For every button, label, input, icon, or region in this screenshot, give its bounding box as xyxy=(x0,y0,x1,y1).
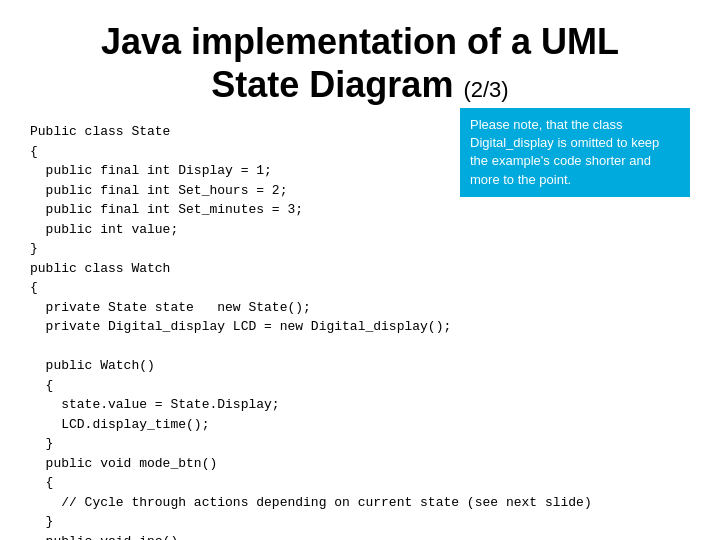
code-line-19: { xyxy=(30,475,53,490)
code-line-22: public void inc() xyxy=(30,534,178,540)
code-line-18: public void mode_btn() xyxy=(30,456,217,471)
code-line-3: public final int Display = 1; xyxy=(30,163,272,178)
code-line-1: Public class State xyxy=(30,124,170,139)
code-line-8: public class Watch xyxy=(30,261,170,276)
tooltip-text: Please note, that the class Digital_disp… xyxy=(470,117,659,187)
code-line-13: public Watch() xyxy=(30,358,155,373)
code-line-12 xyxy=(30,339,38,354)
slide-title: Java implementation of a UML State Diagr… xyxy=(30,20,690,106)
code-line-21: } xyxy=(30,514,53,529)
code-line-20: // Cycle through actions depending on cu… xyxy=(30,495,592,510)
code-line-17: } xyxy=(30,436,53,451)
code-line-15: state.value = State.Display; xyxy=(30,397,280,412)
code-line-2: { xyxy=(30,144,38,159)
code-line-14: { xyxy=(30,378,53,393)
code-line-7: } xyxy=(30,241,38,256)
title-page-num: (2/3) xyxy=(463,77,508,102)
code-line-11: private Digital_display LCD = new Digita… xyxy=(30,319,451,334)
code-line-16: LCD.display_time(); xyxy=(30,417,209,432)
title-line2-prefix: State Diagram xyxy=(211,64,453,105)
code-line-9: { xyxy=(30,280,38,295)
code-line-6: public int value; xyxy=(30,222,178,237)
code-line-4: public final int Set_hours = 2; xyxy=(30,183,287,198)
slide-container: Java implementation of a UML State Diagr… xyxy=(0,0,720,540)
tooltip-box: Please note, that the class Digital_disp… xyxy=(460,108,690,197)
code-line-5: public final int Set_minutes = 3; xyxy=(30,202,303,217)
title-line1: Java implementation of a UML xyxy=(101,21,619,62)
code-line-10: private State state new State(); xyxy=(30,300,311,315)
